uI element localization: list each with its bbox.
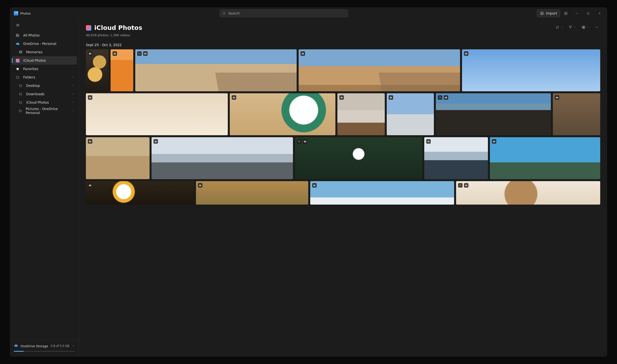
photo-tile[interactable] [337, 93, 385, 135]
cloud-icon [15, 42, 20, 46]
storage-usage: 0.8 of 5.0 GB [51, 344, 69, 348]
video-badge-icon [438, 95, 442, 100]
photo-tile[interactable] [86, 181, 194, 205]
sort-icon [556, 25, 559, 29]
folder-icon [18, 101, 23, 104]
photo-tile[interactable] [86, 137, 150, 179]
sidebar-item-label: Pictures - OneDrive Personal [26, 107, 68, 115]
sidebar-item-folder-icloud[interactable]: iCloud Photos [12, 98, 77, 107]
filter-icon [569, 25, 572, 29]
photo-tile[interactable] [462, 49, 600, 91]
chevron-up-icon [71, 75, 74, 79]
cloud-badge-icon [426, 139, 431, 144]
photo-tile[interactable] [86, 93, 228, 135]
video-badge-icon [297, 139, 301, 144]
sort-button[interactable] [554, 24, 565, 30]
cloud-badge-icon [88, 95, 92, 100]
cloud-badge-icon [143, 51, 148, 56]
import-icon [540, 11, 544, 15]
chevron-down-icon [71, 100, 74, 104]
sidebar-item-label: Memories [26, 50, 42, 54]
cloud-badge-icon [339, 95, 344, 100]
sidebar-item-memories[interactable]: Memories [12, 48, 77, 56]
sidebar-item-folder-desktop[interactable]: Desktop [12, 81, 77, 90]
svg-rect-9 [584, 26, 585, 27]
icloud-icon [15, 59, 20, 62]
icloud-icon [86, 25, 91, 31]
svg-point-5 [17, 35, 17, 35]
maximize-icon [587, 12, 590, 15]
sidebar-item-onedrive[interactable]: OneDrive - Personal [12, 39, 77, 48]
chevron-down-icon [587, 26, 589, 28]
photo-tile[interactable] [135, 49, 297, 91]
hamburger-button[interactable] [13, 21, 23, 30]
cloud-badge-icon [88, 51, 92, 56]
cloud-badge-icon [312, 183, 317, 188]
main-content: iCloud Photos 40,639 photos, 1,399 video… [79, 19, 607, 357]
page-subtitle: 40,639 photos, 1,399 videos [86, 33, 142, 37]
sidebar-item-label: Downloads [26, 92, 44, 96]
video-badge-icon [458, 183, 463, 188]
photo-tile[interactable] [387, 93, 434, 135]
photo-tile[interactable] [299, 49, 460, 91]
app-window: Photos Search Import [10, 7, 607, 357]
settings-button[interactable] [560, 9, 571, 17]
cloud-badge-icon [113, 51, 117, 56]
photo-tile[interactable] [553, 93, 600, 135]
svg-rect-3 [587, 13, 589, 14]
sidebar-item-icloud-photos[interactable]: iCloud Photos [12, 56, 77, 65]
svg-point-13 [597, 27, 597, 27]
storage-label: OneDrive Storage [20, 344, 48, 348]
memories-icon [18, 50, 23, 54]
svg-rect-8 [582, 26, 583, 27]
chevron-down-icon[interactable] [72, 344, 75, 348]
hamburger-icon [16, 23, 20, 27]
chevron-down-icon [561, 26, 563, 28]
close-icon [598, 12, 601, 15]
cloud-badge-icon [154, 139, 158, 144]
photo-grid [86, 49, 600, 205]
search-input[interactable]: Search [220, 9, 348, 17]
photo-tile[interactable] [230, 93, 335, 135]
photo-tile[interactable] [111, 49, 133, 91]
more-button[interactable] [593, 24, 600, 30]
sidebar-item-folder-downloads[interactable]: Downloads [12, 90, 77, 98]
chevron-down-icon [71, 92, 74, 96]
cloud-badge-icon [88, 139, 92, 144]
svg-rect-17 [298, 141, 300, 142]
svg-point-14 [598, 27, 598, 27]
sidebar-item-folder-pictures-onedrive[interactable]: Pictures - OneDrive Personal [12, 107, 77, 115]
photo-tile[interactable] [310, 181, 454, 205]
filter-button[interactable] [567, 24, 578, 30]
photo-tile[interactable] [86, 49, 109, 91]
sidebar-item-folders[interactable]: Folders [12, 73, 77, 81]
svg-rect-10 [582, 27, 583, 28]
sidebar-item-favorites[interactable]: Favorites [12, 65, 77, 73]
photo-tile[interactable] [424, 137, 488, 179]
gear-icon [564, 11, 568, 16]
video-badge-icon [137, 51, 142, 56]
sidebar: All Photos OneDrive - Personal Memories … [10, 19, 79, 357]
photo-tile[interactable] [295, 137, 422, 179]
svg-rect-4 [16, 34, 19, 37]
cloud-badge-icon [88, 183, 92, 188]
folder-icon [18, 92, 23, 96]
svg-rect-7 [20, 51, 22, 53]
svg-rect-18 [460, 185, 461, 186]
chevron-down-icon [71, 109, 74, 113]
close-button[interactable] [594, 9, 605, 17]
photo-tile[interactable] [436, 93, 551, 135]
photo-tile[interactable] [456, 181, 600, 205]
chevron-down-icon [71, 84, 74, 88]
import-button[interactable]: Import [537, 9, 560, 17]
photo-tile[interactable] [196, 181, 308, 205]
maximize-button[interactable] [582, 9, 594, 17]
cloud-badge-icon [464, 183, 468, 188]
photo-tile[interactable] [152, 137, 293, 179]
date-header: Sept 25 - Oct 3, 2022 [86, 43, 600, 47]
sidebar-item-all-photos[interactable]: All Photos [12, 31, 77, 39]
view-button[interactable] [580, 24, 591, 30]
cloud-badge-icon [389, 95, 393, 100]
photo-tile[interactable] [490, 137, 600, 179]
minimize-button[interactable] [571, 9, 582, 17]
